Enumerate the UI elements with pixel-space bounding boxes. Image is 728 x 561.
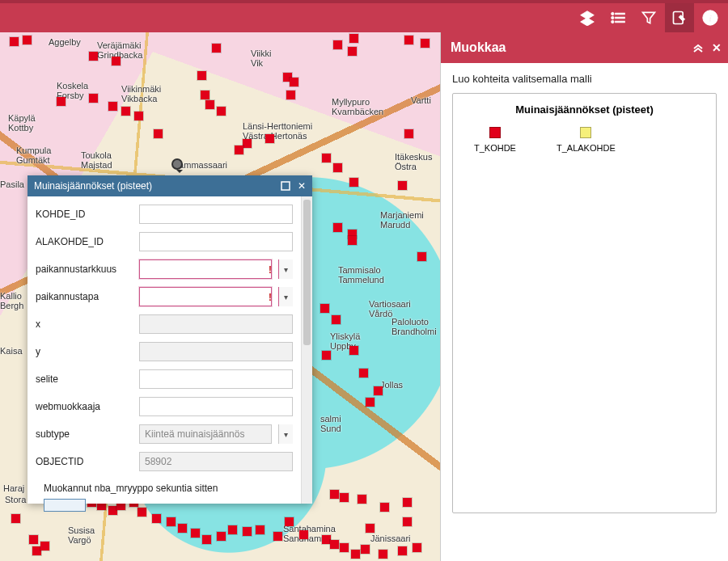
map-feature-point[interactable] <box>134 112 143 120</box>
chevron-down-icon[interactable]: ▾ <box>278 424 293 444</box>
selite-input[interactable] <box>139 369 293 389</box>
map-feature-point[interactable] <box>379 550 387 559</box>
map-feature-point[interactable] <box>374 386 383 395</box>
swatch-icon <box>489 127 501 138</box>
template-item-t_alakohde[interactable]: T_ALAKOHDE <box>557 127 616 153</box>
close-icon[interactable]: ✕ <box>712 41 722 54</box>
map-feature-point[interactable] <box>10 37 19 46</box>
map-feature-point[interactable] <box>286 91 295 99</box>
subtype-combo[interactable] <box>139 424 272 444</box>
map-feature-point[interactable] <box>23 36 32 44</box>
collapse-icon[interactable] <box>692 41 704 55</box>
map-feature-point[interactable] <box>351 550 360 559</box>
chevron-down-icon[interactable]: ▾ <box>278 287 293 306</box>
map-feature-point[interactable] <box>404 129 413 138</box>
map-feature-point[interactable] <box>243 139 252 148</box>
map-feature-point[interactable] <box>290 78 298 86</box>
map-feature-point[interactable] <box>322 351 331 360</box>
map-feature-point[interactable] <box>349 346 358 355</box>
map-feature-point[interactable] <box>421 39 430 48</box>
layers-button[interactable] <box>573 3 602 32</box>
map-feature-point[interactable] <box>112 57 121 65</box>
map-feature-point[interactable] <box>358 495 366 504</box>
map-feature-point[interactable] <box>361 545 370 554</box>
map-feature-point[interactable] <box>413 543 421 552</box>
map-feature-point[interactable] <box>217 532 226 541</box>
map-feature-point[interactable] <box>40 542 49 550</box>
map-feature-point[interactable] <box>201 91 210 99</box>
map-feature-point[interactable] <box>299 530 308 539</box>
map-feature-point[interactable] <box>202 535 211 544</box>
map-feature-point[interactable] <box>349 178 358 187</box>
map-feature-point[interactable] <box>256 525 265 534</box>
paikannustarkkuus-combo[interactable] <box>139 259 272 279</box>
map-feature-point[interactable] <box>330 490 339 499</box>
map-feature-point[interactable] <box>217 107 226 116</box>
popup-maximize-button[interactable] <box>278 179 293 193</box>
map-feature-point[interactable] <box>320 304 329 313</box>
field-label: KOHDE_ID <box>36 209 139 220</box>
map-feature-point[interactable] <box>403 517 412 526</box>
map-feature-point[interactable] <box>333 40 342 49</box>
template-group-title: Muinaisjäännökset (pisteet) <box>463 103 706 116</box>
template-item-label: T_ALAKOHDE <box>557 143 616 153</box>
info-button[interactable]: i <box>696 3 725 32</box>
map-feature-point[interactable] <box>398 546 407 555</box>
map-feature-point[interactable] <box>340 543 349 552</box>
webmuokkaaja-input[interactable] <box>139 397 293 416</box>
map-feature-point[interactable] <box>11 514 20 523</box>
map-feature-point[interactable] <box>380 503 389 512</box>
filter-button[interactable] <box>634 3 663 32</box>
map-feature-point[interactable] <box>235 146 243 154</box>
edit-button[interactable] <box>665 3 694 32</box>
map-feature-point[interactable] <box>366 398 375 407</box>
map-feature-point[interactable] <box>273 532 282 541</box>
map-feature-point[interactable] <box>29 535 38 544</box>
chevron-down-icon[interactable]: ▾ <box>278 259 293 279</box>
svg-text:i: i <box>709 13 712 24</box>
map-feature-point[interactable] <box>330 540 339 549</box>
list-button[interactable] <box>603 3 633 32</box>
map-feature-point[interactable] <box>191 529 200 538</box>
map-feature-point[interactable] <box>340 493 349 502</box>
map-feature-point[interactable] <box>108 102 117 111</box>
field-label: subtype <box>36 428 139 440</box>
map-feature-point[interactable] <box>197 71 206 80</box>
kohde-id-input[interactable] <box>139 205 293 224</box>
map-feature-point[interactable] <box>359 369 368 378</box>
map-feature-point[interactable] <box>212 44 221 53</box>
field-label: paikannustapa <box>36 291 139 302</box>
scroll-thumb[interactable] <box>303 200 311 345</box>
alakohde-id-input[interactable] <box>139 232 293 251</box>
map-feature-point[interactable] <box>366 524 375 533</box>
map-feature-point[interactable] <box>243 527 252 536</box>
map-feature-point[interactable] <box>333 163 342 172</box>
map-feature-point[interactable] <box>348 236 357 245</box>
popup-action-button[interactable] <box>44 499 86 512</box>
map-feature-point[interactable] <box>121 107 130 116</box>
map-feature-point[interactable] <box>403 498 412 507</box>
map-feature-point[interactable] <box>322 154 331 162</box>
popup-header[interactable]: Muinaisjäännökset (pisteet) ✕ <box>28 175 312 196</box>
paikannustapa-combo[interactable] <box>139 287 272 306</box>
popup-scrollbar[interactable] <box>301 196 312 504</box>
map-feature-point[interactable] <box>404 36 413 44</box>
map-feature-point[interactable] <box>89 52 98 61</box>
map-feature-point[interactable] <box>398 181 407 190</box>
map-feature-point[interactable] <box>332 315 341 324</box>
map-feature-point[interactable] <box>154 129 163 138</box>
map-feature-point[interactable] <box>349 34 358 43</box>
map-feature-point[interactable] <box>348 47 357 56</box>
popup-footer: Muokannut nba_mryyppo sekuntia sitten <box>36 479 293 522</box>
map-feature-point[interactable] <box>205 100 214 109</box>
map-feature-point[interactable] <box>89 94 98 103</box>
map-feature-point[interactable] <box>57 97 66 106</box>
map-feature-point[interactable] <box>265 134 274 143</box>
popup-close-button[interactable]: ✕ <box>294 179 309 193</box>
map-feature-point[interactable] <box>178 524 187 533</box>
map-pane[interactable]: AggelbyVeräjämäkiGrindbackaViikkiVikKosk… <box>0 32 440 561</box>
template-item-t_kohde[interactable]: T_KOHDE <box>474 127 516 153</box>
map-feature-point[interactable] <box>333 223 342 232</box>
map-feature-point[interactable] <box>417 252 426 261</box>
map-feature-point[interactable] <box>228 525 237 534</box>
